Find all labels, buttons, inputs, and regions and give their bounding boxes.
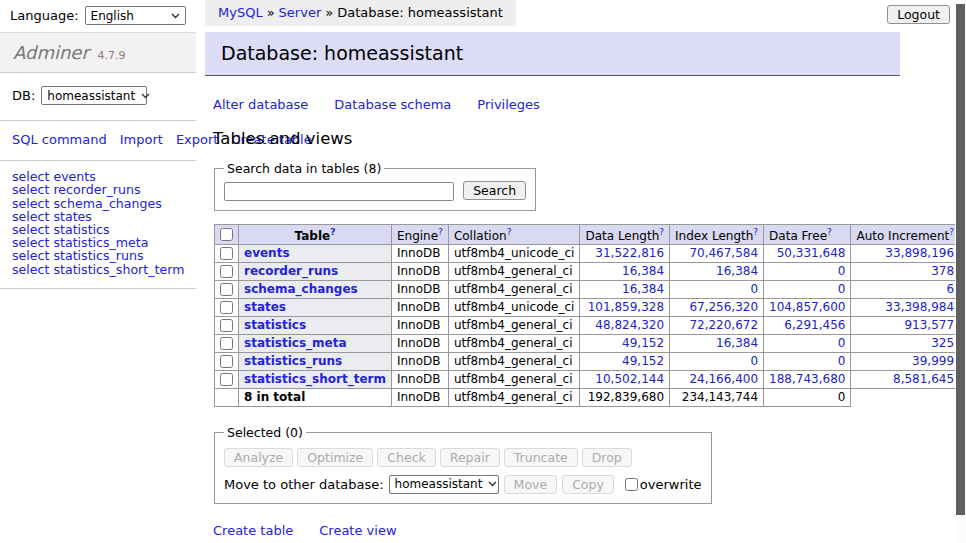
help-link-icon[interactable]: ?	[753, 227, 758, 237]
row-checkbox[interactable]	[220, 301, 233, 314]
link-create-view[interactable]: Create view	[319, 523, 396, 538]
truncate-button[interactable]: Truncate	[504, 448, 578, 467]
adminer-version: 4.7.9	[98, 49, 126, 62]
row-checkbox[interactable]	[220, 337, 233, 350]
table-link-statistics_meta[interactable]: statistics_meta	[244, 336, 347, 350]
table-name-cell: statistics_short_term	[239, 370, 392, 388]
table-header-row: Table?Engine?Collation?Data Length?Index…	[215, 224, 966, 244]
cell-index-length: 0	[670, 352, 764, 370]
table-name-cell: statistics_runs	[239, 352, 392, 370]
help-link-icon[interactable]: ?	[949, 227, 954, 237]
cell-data-length: 10,502,144	[580, 370, 670, 388]
row-checkbox-cell	[215, 262, 239, 280]
language-select-value: English	[91, 9, 134, 23]
overwrite-checkbox[interactable]	[625, 478, 638, 491]
row-checkbox[interactable]	[220, 319, 233, 332]
column-header-collation: Collation?	[448, 224, 580, 244]
table-link-statistics_short_term[interactable]: statistics_short_term	[244, 372, 386, 386]
cell-auto-increment: 33,398,984	[851, 298, 960, 316]
search-button[interactable]: Search	[463, 181, 526, 200]
cell-auto-increment: 39,999	[851, 352, 960, 370]
create-links: Create tableCreate view	[213, 523, 892, 538]
table-row: statistics_metaInnoDButf8mb4_general_ci4…	[215, 334, 966, 352]
db-label: DB:	[12, 88, 35, 103]
sidebar: Language: English Adminer 4.7.9 DB: home…	[0, 0, 196, 289]
total-label-cell: 8 in total	[239, 388, 392, 406]
sidebar-item-select-schema_changes[interactable]: select schema_changes	[12, 197, 184, 210]
cell-index-length: 72,220,672	[670, 316, 764, 334]
search-input[interactable]	[224, 182, 454, 201]
row-checkbox[interactable]	[220, 373, 233, 386]
page-title: Database: homeassistant	[205, 32, 900, 76]
cell-collation: utf8mb4_unicode_ci	[448, 244, 580, 262]
row-checkbox[interactable]	[220, 355, 233, 368]
main-content: Database: homeassistant Alter databaseDa…	[205, 0, 900, 543]
row-checkbox[interactable]	[220, 265, 233, 278]
db-select[interactable]: homeassistant	[41, 86, 147, 105]
column-header-label: Auto Increment	[856, 229, 949, 243]
move-label: Move to other database:	[224, 477, 384, 492]
table-link-recorder_runs[interactable]: recorder_runs	[244, 264, 338, 278]
table-name-cell: schema_changes	[239, 280, 392, 298]
help-sup: ?	[827, 226, 832, 237]
table-link-statistics_runs[interactable]: statistics_runs	[244, 354, 342, 368]
row-checkbox[interactable]	[220, 247, 233, 260]
row-checkbox-cell	[215, 298, 239, 316]
cell-data-free: 0	[764, 352, 851, 370]
chevron-down-icon	[141, 93, 150, 99]
copy-button[interactable]: Copy	[562, 475, 614, 494]
adminer-logo[interactable]: Adminer	[13, 42, 89, 63]
menu-link-import[interactable]: Import	[120, 132, 163, 147]
link-database-schema[interactable]: Database schema	[334, 97, 451, 112]
cell-index-length: 67,256,320	[670, 298, 764, 316]
sidebar-item-select-statistics_short_term[interactable]: select statistics_short_term	[12, 263, 184, 276]
help-link-icon[interactable]: ?	[330, 227, 335, 237]
table-link-statistics[interactable]: statistics	[244, 318, 306, 332]
sidebar-item-select-statistics_runs[interactable]: select statistics_runs	[12, 249, 184, 262]
help-link-icon[interactable]: ?	[507, 227, 512, 237]
row-checkbox[interactable]	[220, 283, 233, 296]
cell-collation: utf8mb4_general_ci	[448, 334, 580, 352]
help-link-icon[interactable]: ?	[827, 227, 832, 237]
repair-button[interactable]: Repair	[440, 448, 500, 467]
sidebar-item-select-states[interactable]: select states	[12, 210, 184, 223]
column-header-data-length: Data Length?	[580, 224, 670, 244]
move-database-select[interactable]: homeassistant	[389, 475, 499, 494]
selected-fieldset: Selected (0) AnalyzeOptimizeCheckRepairT…	[214, 425, 712, 504]
table-link-schema_changes[interactable]: schema_changes	[244, 282, 358, 296]
link-alter-database[interactable]: Alter database	[213, 97, 308, 112]
scrollbar-thumb[interactable]	[956, 4, 965, 515]
help-sup: ?	[507, 226, 512, 237]
cell-auto-increment: 913,577	[851, 316, 960, 334]
cell-collation: utf8mb4_general_ci	[448, 280, 580, 298]
analyze-button[interactable]: Analyze	[224, 448, 293, 467]
link-privileges[interactable]: Privileges	[477, 97, 540, 112]
column-header-label: Index Length	[675, 229, 753, 243]
drop-button[interactable]: Drop	[582, 448, 632, 467]
move-button[interactable]: Move	[504, 475, 558, 494]
table-link-states[interactable]: states	[244, 300, 286, 314]
row-checkbox-cell	[215, 244, 239, 262]
sidebar-menu-links: SQL commandImportExportCreate table	[0, 121, 196, 161]
check-button[interactable]: Check	[377, 448, 435, 467]
cell-index-length: 70,467,584	[670, 244, 764, 262]
column-header-auto-increment: Auto Increment?	[851, 224, 960, 244]
table-name-cell: statistics	[239, 316, 392, 334]
column-header-data-free: Data Free?	[764, 224, 851, 244]
cell-index-length: 16,384	[670, 262, 764, 280]
cell-auto-increment: 33,898,196	[851, 244, 960, 262]
language-label: Language:	[10, 8, 79, 23]
language-select[interactable]: English	[85, 6, 186, 25]
cell-auto-increment: 378	[851, 262, 960, 280]
link-create-table[interactable]: Create table	[213, 523, 293, 538]
menu-link-sql-command[interactable]: SQL command	[12, 132, 107, 147]
column-header-label: Engine	[397, 229, 438, 243]
sidebar-item-select-recorder_runs[interactable]: select recorder_runs	[12, 183, 184, 196]
total-index-length-cell: 234,143,744	[670, 388, 764, 406]
optimize-button[interactable]: Optimize	[297, 448, 373, 467]
table-link-events[interactable]: events	[244, 246, 290, 260]
help-link-icon[interactable]: ?	[438, 227, 443, 237]
select-all-checkbox[interactable]	[220, 228, 233, 241]
scrollbar-track[interactable]	[955, 0, 966, 543]
help-link-icon[interactable]: ?	[659, 227, 664, 237]
